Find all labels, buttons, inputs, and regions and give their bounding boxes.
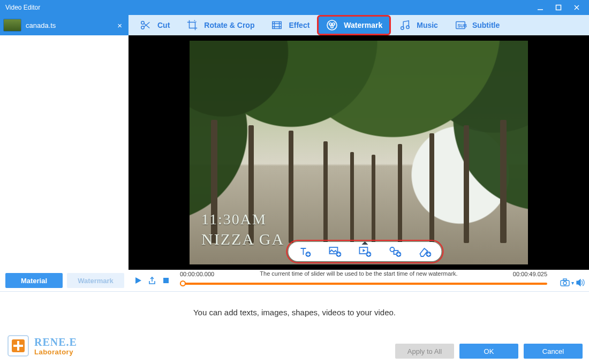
minimize-button[interactable] — [531, 0, 549, 15]
brand-subtitle: Laboratory — [34, 348, 77, 355]
scissors-icon — [139, 19, 152, 32]
file-close-icon[interactable]: × — [115, 21, 124, 30]
filmstrip-icon — [270, 19, 283, 32]
tool-rotate-crop[interactable]: Rotate & Crop — [178, 16, 262, 34]
file-list-empty — [0, 35, 129, 273]
tool-label: Cut — [157, 21, 170, 29]
export-frame-button[interactable] — [147, 275, 157, 286]
svg-rect-1 — [556, 5, 561, 10]
tab-material[interactable]: Material — [5, 273, 63, 288]
time-current: 00:00:00.000 — [180, 271, 214, 277]
watermark-add-toolbar — [288, 242, 441, 261]
file-panel: canada.ts × Material Watermark — [0, 15, 129, 291]
watermark-icon — [326, 19, 338, 32]
timeline-track[interactable] — [180, 280, 547, 286]
video-preview[interactable]: 11:30AM NIZZA GA — [190, 41, 528, 264]
crop-icon — [186, 19, 199, 32]
svg-rect-8 — [273, 22, 282, 29]
brand-logo-icon — [7, 335, 29, 357]
brand-name: RENE.E — [34, 337, 77, 347]
brand: RENE.E Laboratory — [7, 335, 77, 357]
ok-button[interactable]: OK — [459, 344, 518, 359]
svg-point-14 — [329, 23, 331, 25]
file-row[interactable]: canada.ts × — [0, 15, 129, 35]
volume-button[interactable] — [575, 277, 586, 288]
play-button[interactable] — [133, 275, 144, 286]
preview-overlay-title: NIZZA GA — [201, 230, 284, 248]
file-name: canada.ts — [26, 21, 115, 29]
tool-label: Watermark — [344, 21, 382, 29]
svg-rect-30 — [163, 278, 169, 283]
preview-right-tools: ▾ — [560, 277, 586, 288]
add-shape-watermark-button[interactable] — [388, 245, 402, 258]
svg-point-32 — [563, 282, 567, 285]
preview-area: 11:30AM NIZZA GA — [129, 35, 589, 270]
cancel-button[interactable]: Cancel — [524, 344, 583, 359]
app-title: Video Editor — [5, 4, 40, 11]
apply-to-all-button[interactable]: Apply to All — [395, 344, 454, 359]
close-window-button[interactable] — [568, 0, 586, 15]
dialog-buttons: Apply to All OK Cancel — [6, 344, 583, 359]
tool-label: Effect — [289, 21, 309, 29]
tool-label: Subtitle — [472, 21, 500, 29]
svg-point-15 — [333, 23, 335, 25]
main-toolbar: Cut Rotate & Crop Effect Watermark — [129, 15, 589, 35]
snapshot-dropdown-icon[interactable]: ▾ — [571, 280, 574, 286]
snapshot-button[interactable] — [560, 277, 570, 288]
tool-effect[interactable]: Effect — [263, 16, 317, 34]
tool-cut[interactable]: Cut — [132, 16, 177, 34]
bottom-panel: You can add texts, images, shapes, video… — [0, 291, 589, 364]
tool-subtitle[interactable]: SUB Subtitle — [447, 16, 507, 34]
tool-label: Rotate & Crop — [204, 21, 254, 29]
add-text-watermark-button[interactable] — [298, 245, 312, 258]
tool-label: Music — [417, 21, 438, 29]
timeline: The current time of slider will be used … — [129, 270, 589, 291]
add-video-watermark-button[interactable] — [358, 245, 372, 258]
tool-music[interactable]: Music — [391, 16, 445, 34]
maximize-button[interactable] — [549, 0, 568, 15]
music-note-icon — [398, 19, 411, 32]
remove-watermark-button[interactable] — [418, 245, 432, 258]
side-tabs: Material Watermark — [0, 273, 129, 291]
timeline-knob[interactable] — [180, 280, 186, 286]
tool-watermark[interactable]: Watermark — [318, 16, 390, 34]
help-message: You can add texts, images, shapes, video… — [6, 308, 583, 317]
file-thumbnail — [3, 19, 21, 32]
svg-point-16 — [331, 26, 333, 28]
preview-overlay-time: 11:30AM — [201, 211, 267, 228]
subtitle-icon: SUB — [454, 19, 467, 32]
tab-watermark[interactable]: Watermark — [67, 273, 124, 288]
time-total: 00:00:49.025 — [513, 271, 547, 277]
titlebar: Video Editor — [0, 0, 589, 15]
svg-text:SUB: SUB — [457, 24, 466, 28]
stop-button[interactable] — [161, 275, 171, 286]
svg-rect-33 — [563, 279, 567, 280]
add-image-watermark-button[interactable] — [328, 245, 342, 258]
